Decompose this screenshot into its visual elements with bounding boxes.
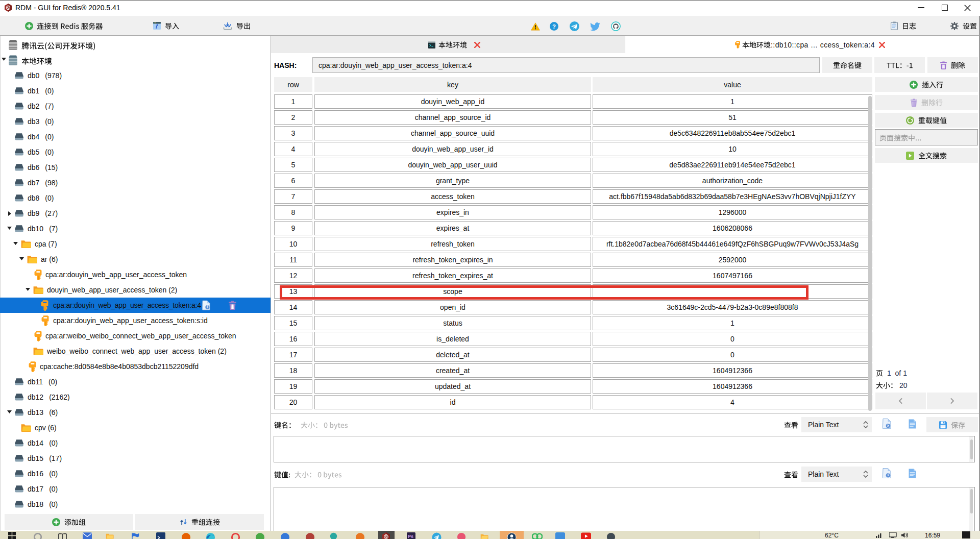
- svg-text:?: ?: [552, 23, 556, 30]
